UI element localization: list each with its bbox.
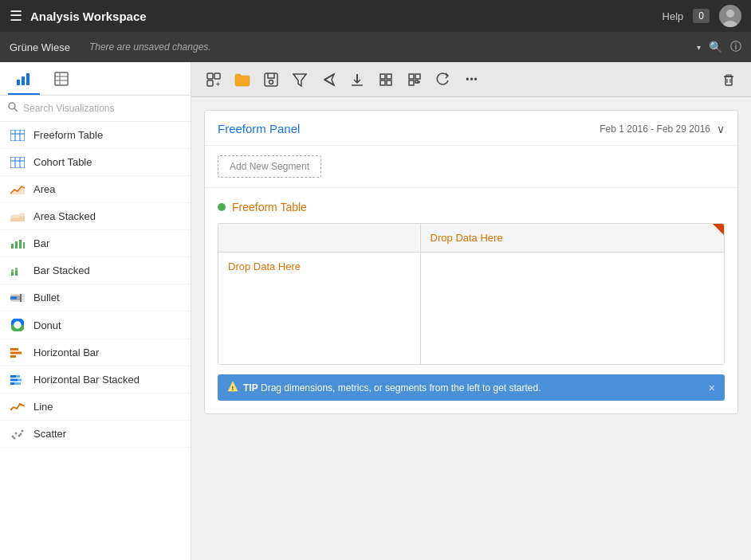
viz-item-area-stacked[interactable]: Area Stacked <box>0 203 191 230</box>
svg-rect-24 <box>19 240 22 249</box>
panel-date: Feb 1 2016 - Feb 29 2016 <box>600 123 710 135</box>
viz-item-cohort-table[interactable]: Cohort Table <box>0 149 191 176</box>
toolbar: + <box>191 62 751 97</box>
svg-rect-45 <box>14 382 21 385</box>
top-bar-right: Help 0 <box>663 5 741 27</box>
viz-item-freeform-table[interactable]: Freeform Table <box>0 122 191 149</box>
svg-rect-69 <box>409 80 414 85</box>
search-input[interactable] <box>23 103 183 114</box>
sub-nav: Grüne Wiese There are unsaved changes. ▾… <box>0 32 751 62</box>
download-button[interactable] <box>344 67 370 92</box>
help-link[interactable]: Help <box>663 10 684 22</box>
tip-bold-label: TIP <box>243 382 258 394</box>
horizontal-bar-label: Horizontal Bar <box>33 347 99 358</box>
freeform-table: Drop Data Here Drop Data Here <box>218 223 725 365</box>
delete-button[interactable] <box>716 67 741 92</box>
user-avatar[interactable] <box>719 5 741 27</box>
viz-item-line[interactable]: Line <box>0 394 191 421</box>
svg-point-57 <box>269 80 273 84</box>
svg-rect-39 <box>10 355 16 358</box>
cohort-table-label: Cohort Table <box>33 156 92 168</box>
share-button[interactable] <box>316 67 341 92</box>
svg-rect-11 <box>10 130 25 141</box>
bar-stacked-icon <box>10 265 26 276</box>
main-layout: Freeform TableCohort TableAreaArea Stack… <box>0 62 751 560</box>
table-header-left-cell <box>218 224 421 253</box>
viz-item-horizontal-bar-stacked[interactable]: Horizontal Bar Stacked <box>0 366 191 394</box>
add-component-button[interactable] <box>402 67 427 92</box>
save-button[interactable] <box>258 67 284 92</box>
svg-rect-65 <box>380 80 385 85</box>
svg-rect-63 <box>380 74 385 79</box>
area-stacked-icon <box>10 211 26 222</box>
tab-visualizations[interactable] <box>8 67 40 95</box>
table-body-right-cell <box>421 253 724 364</box>
segment-area: Add New Segment <box>205 146 737 188</box>
notification-badge[interactable]: 0 <box>693 9 710 23</box>
svg-rect-54 <box>207 80 213 86</box>
sub-nav-right: ▾ 🔍 ⓘ <box>697 40 741 54</box>
svg-rect-5 <box>55 72 68 85</box>
bar-icon <box>10 238 26 249</box>
dropdown-arrow-icon[interactable]: ▾ <box>697 43 701 52</box>
horizontal-bar-stacked-label: Horizontal Bar Stacked <box>33 374 140 386</box>
viz-item-bullet[interactable]: Bullet <box>0 284 191 311</box>
svg-rect-70 <box>415 80 418 83</box>
svg-rect-4 <box>26 73 29 85</box>
svg-rect-43 <box>18 378 22 381</box>
tab-components[interactable] <box>46 67 77 95</box>
refresh-button[interactable] <box>431 67 456 92</box>
viz-section-title: Freeform Table <box>232 201 307 213</box>
curate-button[interactable] <box>373 67 399 92</box>
add-segment-button[interactable]: Add New Segment <box>218 155 321 178</box>
bullet-label: Bullet <box>33 292 60 303</box>
svg-rect-64 <box>387 74 391 79</box>
status-dot <box>218 203 226 211</box>
svg-rect-44 <box>10 382 14 385</box>
cohort-table-icon <box>10 157 26 168</box>
viz-item-scatter[interactable]: Scatter <box>0 421 191 448</box>
table-header-right-cell[interactable]: Drop Data Here <box>421 224 724 253</box>
viz-item-donut[interactable]: Donut <box>0 311 191 339</box>
svg-rect-53 <box>214 73 220 79</box>
svg-line-10 <box>14 108 18 112</box>
svg-point-9 <box>9 103 15 109</box>
viz-item-bar-stacked[interactable]: Bar Stacked <box>0 257 191 284</box>
sidebar-tabs <box>0 62 191 96</box>
app-title: Analysis Workspace <box>30 10 147 23</box>
viz-item-bar[interactable]: Bar <box>0 230 191 257</box>
panel-chevron-icon[interactable]: ∨ <box>717 123 725 135</box>
project-name: Grüne Wiese <box>10 41 70 53</box>
info-icon[interactable]: ⓘ <box>730 40 741 54</box>
more-options-button[interactable]: ••• <box>459 67 485 92</box>
open-folder-button[interactable] <box>230 67 255 92</box>
drop-data-col-label: Drop Data Here <box>431 232 503 244</box>
svg-rect-2 <box>17 80 20 85</box>
svg-rect-28 <box>15 271 18 276</box>
filter-button[interactable] <box>287 67 313 92</box>
svg-rect-67 <box>409 74 414 79</box>
tip-close-button[interactable]: × <box>709 382 715 394</box>
scatter-icon <box>10 429 26 440</box>
viz-item-horizontal-bar[interactable]: Horizontal Bar <box>0 339 191 366</box>
svg-point-47 <box>15 432 18 434</box>
red-corner-indicator <box>713 224 724 235</box>
drop-data-row-cell[interactable]: Drop Data Here <box>218 253 421 364</box>
donut-icon <box>10 319 26 331</box>
svg-rect-37 <box>10 348 18 350</box>
freeform-table-label: Freeform Table <box>33 129 103 141</box>
hamburger-icon[interactable]: ☰ <box>10 7 22 25</box>
viz-list: Freeform TableCohort TableAreaArea Stack… <box>0 122 191 560</box>
panel-header: Freeform Panel Feb 1 2016 - Feb 29 2016 … <box>205 111 737 146</box>
bar-stacked-label: Bar Stacked <box>33 264 90 276</box>
panel-header-right: Feb 1 2016 - Feb 29 2016 ∨ <box>600 123 725 135</box>
viz-header: Freeform Table <box>218 201 725 213</box>
search-icon[interactable]: 🔍 <box>709 41 722 53</box>
bar-chart-icon <box>16 76 32 88</box>
svg-text:+: + <box>216 79 221 88</box>
drop-data-row-label: Drop Data Here <box>228 260 301 272</box>
svg-rect-25 <box>23 242 25 249</box>
add-panel-button[interactable]: + <box>201 67 226 92</box>
table-icon <box>54 76 69 88</box>
viz-item-area[interactable]: Area <box>0 176 191 203</box>
